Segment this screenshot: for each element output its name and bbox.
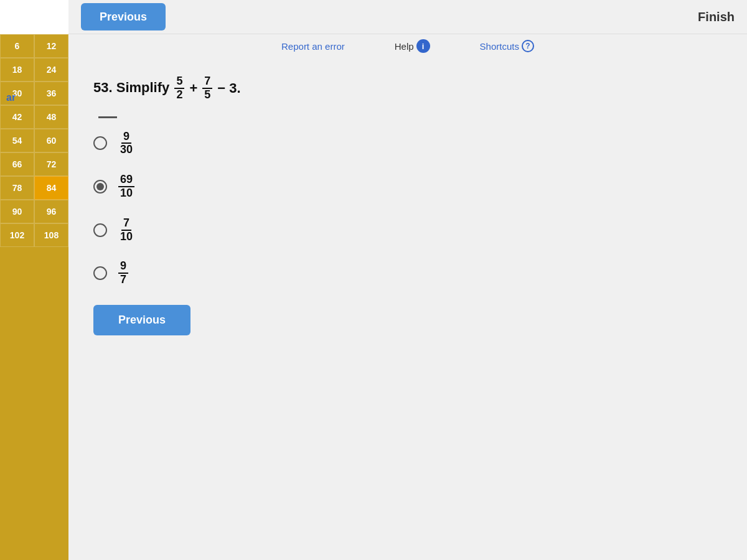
- main-content: Previous Finish Report an error Help i S…: [68, 0, 747, 560]
- option-row-1[interactable]: 9 30: [93, 131, 722, 157]
- opt4-den: 7: [118, 274, 128, 286]
- sidebar-top: [0, 0, 68, 34]
- minus-3: − 3.: [217, 80, 240, 96]
- option-label-1: 9 30: [117, 131, 136, 157]
- radio-option-2[interactable]: [93, 180, 107, 194]
- opt1-den: 30: [118, 144, 134, 156]
- opt2-num: 69: [118, 174, 134, 187]
- sidebar-item-12[interactable]: 12: [34, 34, 68, 58]
- option-label-2: 69 10: [117, 174, 136, 200]
- sidebar-item-60[interactable]: 60: [34, 129, 68, 152]
- sidebar-item-84[interactable]: 84: [34, 176, 68, 200]
- sidebar-item-36[interactable]: 36: [34, 82, 68, 105]
- previous-button-bottom[interactable]: Previous: [93, 305, 190, 335]
- sidebar-row-8: 90 96: [0, 200, 68, 223]
- fraction-5-2: 5 2: [174, 75, 184, 101]
- links-bar: Report an error Help i Shortcuts ?: [68, 34, 747, 63]
- radio-option-1[interactable]: [93, 136, 107, 150]
- sidebar-item-78[interactable]: 78: [0, 176, 34, 200]
- option-row-3[interactable]: 7 10: [93, 217, 722, 243]
- sidebar-item-24[interactable]: 24: [34, 58, 68, 82]
- sidebar-item-66[interactable]: 66: [0, 152, 34, 176]
- fraction-7-5: 7 5: [202, 75, 212, 101]
- sidebar-item-108[interactable]: 108: [34, 223, 68, 247]
- sidebar-row-4: 42 48: [0, 105, 68, 129]
- previous-button-top[interactable]: Previous: [81, 3, 166, 30]
- fraction-numerator-5: 5: [174, 75, 184, 89]
- option-fraction-9-7: 9 7: [118, 260, 128, 286]
- sidebar-item-96[interactable]: 96: [34, 200, 68, 223]
- sidebar-item-48[interactable]: 48: [34, 105, 68, 129]
- option-row-4[interactable]: 9 7: [93, 260, 722, 286]
- report-error-button[interactable]: Report an error: [281, 41, 345, 52]
- question-title: 53. Simplify 5 2 + 7 5 − 3.: [93, 75, 722, 101]
- math-expression: 5 2 + 7 5 − 3.: [173, 75, 240, 101]
- sidebar-item-30[interactable]: 30: [0, 82, 34, 105]
- radio-option-4[interactable]: [93, 266, 107, 280]
- shortcuts-button[interactable]: Shortcuts ?: [480, 40, 534, 52]
- dash-decoration: [98, 116, 117, 118]
- topbar: Previous Finish: [68, 0, 747, 34]
- sidebar: 6 12 18 24 30 36 42 48 54 60 66 72 78: [0, 0, 68, 560]
- sidebar-item-54[interactable]: 54: [0, 129, 34, 152]
- sidebar-row-1: 6 12: [0, 34, 68, 58]
- opt2-den: 10: [118, 187, 134, 200]
- sidebar-item-6[interactable]: 6: [0, 34, 34, 58]
- option-label-3: 7 10: [117, 217, 136, 243]
- option-label-4: 9 7: [117, 260, 129, 286]
- sidebar-item-42[interactable]: 42: [0, 105, 34, 129]
- option-row-2[interactable]: 69 10: [93, 174, 722, 200]
- fraction-numerator-7: 7: [202, 75, 212, 89]
- question-number: 53.: [93, 80, 113, 95]
- sidebar-item-72[interactable]: 72: [34, 152, 68, 176]
- opt3-den: 10: [118, 231, 134, 243]
- sidebar-item-90[interactable]: 90: [0, 200, 34, 223]
- ar-label: ar: [6, 92, 16, 103]
- opt3-num: 7: [121, 217, 131, 231]
- option-fraction-9-30: 9 30: [118, 131, 134, 157]
- shortcuts-icon: ?: [522, 40, 534, 52]
- sidebar-row-2: 18 24: [0, 58, 68, 82]
- options-list: 9 30 69 10: [93, 131, 722, 286]
- help-button[interactable]: Help i: [395, 39, 430, 53]
- opt4-num: 9: [118, 260, 128, 274]
- sidebar-row-9: 102 108: [0, 223, 68, 247]
- simplify-label: Simplify: [116, 80, 174, 95]
- sidebar-row-6: 66 72: [0, 152, 68, 176]
- plus-sign: +: [189, 80, 197, 96]
- question-area: 53. Simplify 5 2 + 7 5 − 3.: [68, 63, 747, 348]
- help-icon: i: [416, 39, 430, 53]
- sidebar-item-18[interactable]: 18: [0, 58, 34, 82]
- fraction-denominator-2: 2: [174, 89, 184, 101]
- sidebar-items: 6 12 18 24 30 36 42 48 54 60 66 72 78: [0, 34, 68, 247]
- option-fraction-69-10: 69 10: [118, 174, 134, 200]
- help-label: Help: [395, 41, 414, 52]
- option-fraction-7-10: 7 10: [118, 217, 134, 243]
- opt1-num: 9: [121, 131, 131, 144]
- fraction-denominator-5: 5: [202, 89, 212, 101]
- sidebar-item-102[interactable]: 102: [0, 223, 34, 247]
- shortcuts-label: Shortcuts: [480, 41, 519, 52]
- radio-option-3[interactable]: [93, 223, 107, 237]
- finish-button[interactable]: Finish: [698, 10, 735, 24]
- sidebar-row-7: 78 84: [0, 176, 68, 200]
- sidebar-row-5: 54 60: [0, 129, 68, 152]
